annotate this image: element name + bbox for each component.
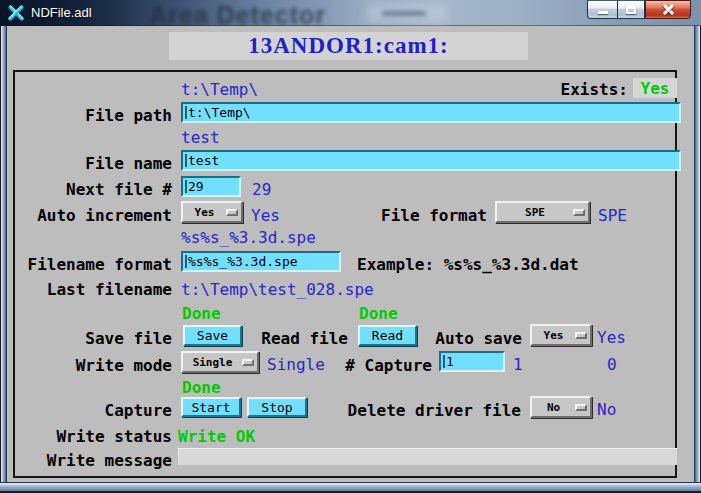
write-mode-label: Write mode bbox=[10, 356, 172, 375]
close-button[interactable] bbox=[645, 0, 691, 19]
exists-label: Exists: bbox=[500, 80, 628, 99]
capture-status: Done bbox=[182, 378, 221, 397]
auto-save-rbv: Yes bbox=[597, 328, 626, 347]
capture-start-button[interactable]: Start bbox=[181, 397, 241, 417]
filename-format-input[interactable]: %s%s_%3.3d.spe bbox=[181, 251, 341, 272]
next-file-rbv: 29 bbox=[252, 180, 271, 199]
last-filename-label: Last filename bbox=[10, 280, 172, 299]
file-format-menu[interactable]: SPE bbox=[495, 201, 590, 223]
num-capture-label: # Capture bbox=[330, 356, 432, 375]
write-mode-rbv: Single bbox=[267, 355, 325, 374]
filename-format-label: Filename format bbox=[10, 255, 172, 274]
background-window-title: Area Detector bbox=[149, 1, 326, 26]
maximize-icon bbox=[626, 6, 636, 14]
file-name-rbv: test bbox=[181, 128, 220, 147]
window-border-left bbox=[0, 26, 7, 482]
app-icon[interactable] bbox=[7, 4, 25, 22]
delete-driver-file-label: Delete driver file bbox=[330, 401, 521, 420]
option-menu-indicator-icon bbox=[242, 359, 254, 366]
save-button[interactable]: Save bbox=[183, 325, 242, 346]
filename-format-rbv: %s%s_%3.3d.spe bbox=[181, 228, 316, 247]
window-border-bottom bbox=[0, 482, 701, 493]
auto-increment-rbv: Yes bbox=[251, 206, 280, 225]
num-capture-input[interactable]: 1 bbox=[439, 351, 505, 372]
file-path-input[interactable]: t:\Temp\ bbox=[181, 102, 681, 123]
next-file-label: Next file # bbox=[10, 180, 172, 199]
write-mode-menu[interactable]: Single bbox=[181, 351, 259, 373]
minimize-icon bbox=[598, 11, 608, 14]
write-message-display bbox=[178, 448, 677, 465]
save-status: Done bbox=[182, 304, 221, 323]
window-border-right bbox=[694, 26, 701, 482]
auto-save-menu[interactable]: Yes bbox=[530, 324, 592, 346]
maximize-button[interactable] bbox=[617, 0, 645, 19]
option-menu-indicator-icon bbox=[226, 209, 238, 216]
next-file-input[interactable]: 29 bbox=[181, 176, 241, 197]
background-window-button-blur bbox=[382, 11, 426, 16]
file-name-input[interactable]: test bbox=[181, 150, 681, 171]
ndfile-window: Area Detector NDFile.adl 13ANDOR1:cam1: … bbox=[0, 0, 701, 493]
filename-example: Example: %s%s_%3.3d.dat bbox=[357, 255, 637, 274]
option-menu-indicator-icon bbox=[575, 332, 587, 339]
auto-save-label: Auto save bbox=[420, 329, 522, 348]
close-icon bbox=[662, 3, 675, 16]
caption-buttons bbox=[587, 0, 691, 19]
capture-label: Capture bbox=[10, 401, 172, 420]
read-file-label: Read file bbox=[240, 329, 348, 348]
num-capture-rbv: 1 bbox=[513, 355, 523, 374]
option-menu-indicator-icon bbox=[573, 209, 585, 216]
minimize-button[interactable] bbox=[587, 0, 617, 19]
read-button[interactable]: Read bbox=[358, 325, 417, 346]
file-path-rbv: t:\Temp\ bbox=[181, 80, 258, 99]
auto-increment-menu[interactable]: Yes bbox=[181, 201, 243, 223]
capture-stop-button[interactable]: Stop bbox=[247, 397, 307, 417]
exists-badge: Yes bbox=[633, 78, 677, 98]
window-title: NDFile.adl bbox=[31, 5, 92, 20]
read-status: Done bbox=[359, 304, 398, 323]
file-name-label: File name bbox=[10, 154, 172, 173]
delete-driver-file-rbv: No bbox=[597, 400, 616, 419]
num-captured-rbv: 0 bbox=[607, 355, 617, 374]
delete-driver-file-menu[interactable]: No bbox=[530, 396, 592, 418]
write-message-label: Write message bbox=[10, 451, 172, 470]
file-format-rbv: SPE bbox=[598, 206, 627, 225]
last-filename-rbv: t:\Temp\test_028.spe bbox=[181, 280, 374, 299]
write-status-label: Write status bbox=[10, 427, 172, 446]
auto-increment-label: Auto increment bbox=[10, 206, 172, 225]
write-status-value: Write OK bbox=[178, 427, 255, 446]
option-menu-indicator-icon bbox=[575, 404, 587, 411]
file-path-label: File path bbox=[10, 106, 172, 125]
save-file-label: Save file bbox=[10, 329, 172, 348]
pv-title: 13ANDOR1:cam1: bbox=[169, 32, 528, 60]
file-format-label: File format bbox=[370, 206, 487, 225]
